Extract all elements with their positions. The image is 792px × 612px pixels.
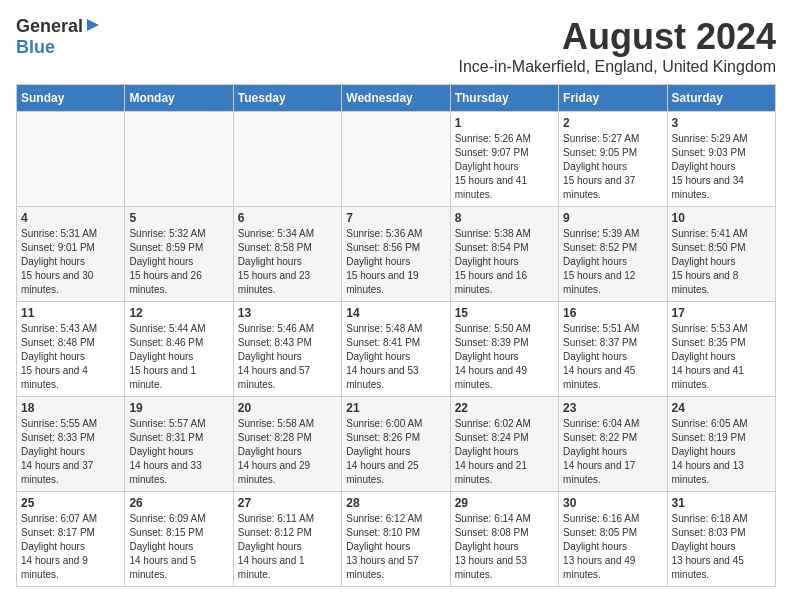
day-number: 23 [563,401,662,415]
calendar-cell: 20Sunrise: 5:58 AMSunset: 8:28 PMDayligh… [233,397,341,492]
calendar-cell [233,112,341,207]
calendar-cell: 5Sunrise: 5:32 AMSunset: 8:59 PMDaylight… [125,207,233,302]
day-info: Sunrise: 6:11 AMSunset: 8:12 PMDaylight … [238,512,337,582]
day-info: Sunrise: 5:43 AMSunset: 8:48 PMDaylight … [21,322,120,392]
calendar-cell: 26Sunrise: 6:09 AMSunset: 8:15 PMDayligh… [125,492,233,587]
day-number: 9 [563,211,662,225]
calendar-cell: 13Sunrise: 5:46 AMSunset: 8:43 PMDayligh… [233,302,341,397]
calendar-week-1: 1Sunrise: 5:26 AMSunset: 9:07 PMDaylight… [17,112,776,207]
calendar-header-saturday: Saturday [667,85,775,112]
day-info: Sunrise: 5:32 AMSunset: 8:59 PMDaylight … [129,227,228,297]
day-number: 10 [672,211,771,225]
calendar-cell: 30Sunrise: 6:16 AMSunset: 8:05 PMDayligh… [559,492,667,587]
calendar-header-monday: Monday [125,85,233,112]
calendar-cell: 16Sunrise: 5:51 AMSunset: 8:37 PMDayligh… [559,302,667,397]
day-number: 2 [563,116,662,130]
calendar-cell: 23Sunrise: 6:04 AMSunset: 8:22 PMDayligh… [559,397,667,492]
day-number: 14 [346,306,445,320]
day-info: Sunrise: 5:57 AMSunset: 8:31 PMDaylight … [129,417,228,487]
calendar-cell: 19Sunrise: 5:57 AMSunset: 8:31 PMDayligh… [125,397,233,492]
day-info: Sunrise: 5:44 AMSunset: 8:46 PMDaylight … [129,322,228,392]
day-number: 3 [672,116,771,130]
calendar-cell: 21Sunrise: 6:00 AMSunset: 8:26 PMDayligh… [342,397,450,492]
day-number: 7 [346,211,445,225]
calendar-cell: 28Sunrise: 6:12 AMSunset: 8:10 PMDayligh… [342,492,450,587]
day-number: 24 [672,401,771,415]
day-info: Sunrise: 6:02 AMSunset: 8:24 PMDaylight … [455,417,554,487]
day-info: Sunrise: 6:12 AMSunset: 8:10 PMDaylight … [346,512,445,582]
calendar-cell: 15Sunrise: 5:50 AMSunset: 8:39 PMDayligh… [450,302,558,397]
day-info: Sunrise: 5:34 AMSunset: 8:58 PMDaylight … [238,227,337,297]
calendar-cell: 17Sunrise: 5:53 AMSunset: 8:35 PMDayligh… [667,302,775,397]
day-info: Sunrise: 5:58 AMSunset: 8:28 PMDaylight … [238,417,337,487]
subtitle: Ince-in-Makerfield, England, United King… [459,58,777,76]
day-info: Sunrise: 5:48 AMSunset: 8:41 PMDaylight … [346,322,445,392]
calendar-cell: 24Sunrise: 6:05 AMSunset: 8:19 PMDayligh… [667,397,775,492]
day-info: Sunrise: 6:00 AMSunset: 8:26 PMDaylight … [346,417,445,487]
calendar-header-friday: Friday [559,85,667,112]
calendar-cell: 2Sunrise: 5:27 AMSunset: 9:05 PMDaylight… [559,112,667,207]
calendar-cell: 25Sunrise: 6:07 AMSunset: 8:17 PMDayligh… [17,492,125,587]
svg-marker-0 [87,19,99,31]
calendar-cell: 18Sunrise: 5:55 AMSunset: 8:33 PMDayligh… [17,397,125,492]
day-info: Sunrise: 5:27 AMSunset: 9:05 PMDaylight … [563,132,662,202]
day-number: 31 [672,496,771,510]
day-number: 12 [129,306,228,320]
day-info: Sunrise: 5:53 AMSunset: 8:35 PMDaylight … [672,322,771,392]
day-number: 25 [21,496,120,510]
calendar-header-thursday: Thursday [450,85,558,112]
calendar-cell: 27Sunrise: 6:11 AMSunset: 8:12 PMDayligh… [233,492,341,587]
day-number: 17 [672,306,771,320]
calendar: SundayMondayTuesdayWednesdayThursdayFrid… [16,84,776,587]
day-info: Sunrise: 5:36 AMSunset: 8:56 PMDaylight … [346,227,445,297]
title-section: August 2024 Ince-in-Makerfield, England,… [459,16,777,76]
day-number: 22 [455,401,554,415]
calendar-cell: 1Sunrise: 5:26 AMSunset: 9:07 PMDaylight… [450,112,558,207]
calendar-cell: 22Sunrise: 6:02 AMSunset: 8:24 PMDayligh… [450,397,558,492]
day-number: 15 [455,306,554,320]
calendar-header-tuesday: Tuesday [233,85,341,112]
calendar-cell [125,112,233,207]
day-number: 11 [21,306,120,320]
day-info: Sunrise: 5:38 AMSunset: 8:54 PMDaylight … [455,227,554,297]
day-number: 18 [21,401,120,415]
day-info: Sunrise: 5:51 AMSunset: 8:37 PMDaylight … [563,322,662,392]
day-number: 20 [238,401,337,415]
calendar-cell: 10Sunrise: 5:41 AMSunset: 8:50 PMDayligh… [667,207,775,302]
calendar-cell: 11Sunrise: 5:43 AMSunset: 8:48 PMDayligh… [17,302,125,397]
logo: General Blue [16,16,101,58]
calendar-week-2: 4Sunrise: 5:31 AMSunset: 9:01 PMDaylight… [17,207,776,302]
day-info: Sunrise: 6:09 AMSunset: 8:15 PMDaylight … [129,512,228,582]
day-info: Sunrise: 6:18 AMSunset: 8:03 PMDaylight … [672,512,771,582]
day-info: Sunrise: 6:04 AMSunset: 8:22 PMDaylight … [563,417,662,487]
day-number: 27 [238,496,337,510]
day-info: Sunrise: 5:29 AMSunset: 9:03 PMDaylight … [672,132,771,202]
day-info: Sunrise: 5:39 AMSunset: 8:52 PMDaylight … [563,227,662,297]
day-info: Sunrise: 5:46 AMSunset: 8:43 PMDaylight … [238,322,337,392]
calendar-cell: 29Sunrise: 6:14 AMSunset: 8:08 PMDayligh… [450,492,558,587]
header: General Blue August 2024 Ince-in-Makerfi… [16,16,776,76]
day-number: 1 [455,116,554,130]
day-info: Sunrise: 6:07 AMSunset: 8:17 PMDaylight … [21,512,120,582]
calendar-cell: 31Sunrise: 6:18 AMSunset: 8:03 PMDayligh… [667,492,775,587]
day-number: 26 [129,496,228,510]
calendar-cell: 8Sunrise: 5:38 AMSunset: 8:54 PMDaylight… [450,207,558,302]
day-info: Sunrise: 5:31 AMSunset: 9:01 PMDaylight … [21,227,120,297]
day-info: Sunrise: 5:26 AMSunset: 9:07 PMDaylight … [455,132,554,202]
day-number: 16 [563,306,662,320]
day-info: Sunrise: 5:41 AMSunset: 8:50 PMDaylight … [672,227,771,297]
day-number: 21 [346,401,445,415]
day-number: 5 [129,211,228,225]
day-info: Sunrise: 6:05 AMSunset: 8:19 PMDaylight … [672,417,771,487]
day-number: 30 [563,496,662,510]
calendar-cell: 7Sunrise: 5:36 AMSunset: 8:56 PMDaylight… [342,207,450,302]
calendar-cell: 14Sunrise: 5:48 AMSunset: 8:41 PMDayligh… [342,302,450,397]
calendar-week-3: 11Sunrise: 5:43 AMSunset: 8:48 PMDayligh… [17,302,776,397]
main-title: August 2024 [459,16,777,58]
calendar-cell [17,112,125,207]
day-number: 4 [21,211,120,225]
day-number: 19 [129,401,228,415]
day-info: Sunrise: 5:50 AMSunset: 8:39 PMDaylight … [455,322,554,392]
calendar-week-5: 25Sunrise: 6:07 AMSunset: 8:17 PMDayligh… [17,492,776,587]
calendar-header-sunday: Sunday [17,85,125,112]
